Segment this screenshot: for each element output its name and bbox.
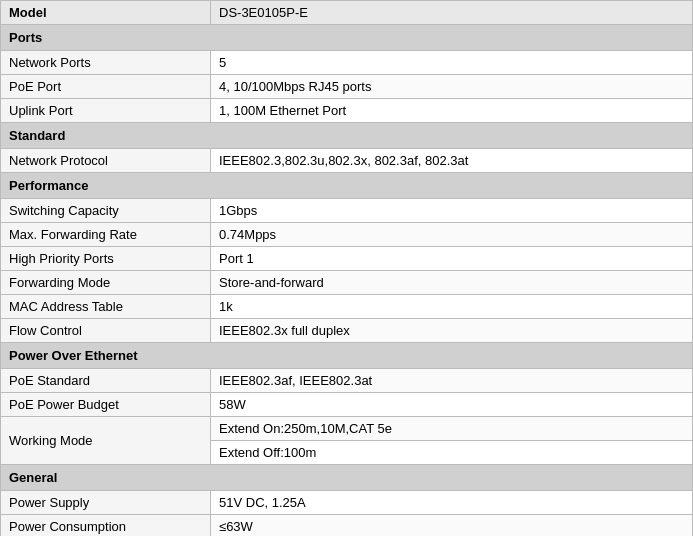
section-title: Standard: [1, 123, 693, 149]
table-row: Forwarding Mode Store-and-forward: [1, 271, 693, 295]
table-row: Max. Forwarding Rate 0.74Mpps: [1, 223, 693, 247]
row-label: Flow Control: [1, 319, 211, 343]
section-header: Ports: [1, 25, 693, 51]
row-label: MAC Address Table: [1, 295, 211, 319]
row-label: PoE Port: [1, 75, 211, 99]
row-value: 58W: [211, 393, 693, 417]
table-row: PoE Power Budget 58W: [1, 393, 693, 417]
row-value: Port 1: [211, 247, 693, 271]
section-header: Performance: [1, 173, 693, 199]
row-value: ≤63W: [211, 515, 693, 537]
row-label: Forwarding Mode: [1, 271, 211, 295]
row-label: PoE Power Budget: [1, 393, 211, 417]
row-value: IEEE802.3,802.3u,802.3x, 802.3af, 802.3a…: [211, 149, 693, 173]
row-value: 1, 100M Ethernet Port: [211, 99, 693, 123]
row-value: Extend Off:100m: [211, 441, 693, 465]
table-row: PoE Port 4, 10/100Mbps RJ45 ports: [1, 75, 693, 99]
table-row: Flow Control IEEE802.3x full duplex: [1, 319, 693, 343]
row-value: IEEE802.3af, IEEE802.3at: [211, 369, 693, 393]
spec-table: Model DS-3E0105P-E Ports Network Ports 5…: [0, 0, 693, 536]
row-label: Working Mode: [1, 417, 211, 465]
row-value: 51V DC, 1.25A: [211, 491, 693, 515]
row-value: 1k: [211, 295, 693, 319]
row-value: IEEE802.3x full duplex: [211, 319, 693, 343]
table-row: PoE Standard IEEE802.3af, IEEE802.3at: [1, 369, 693, 393]
row-label: Switching Capacity: [1, 199, 211, 223]
row-value: Store-and-forward: [211, 271, 693, 295]
section-header: Standard: [1, 123, 693, 149]
table-row: Switching Capacity 1Gbps: [1, 199, 693, 223]
section-title: Performance: [1, 173, 693, 199]
row-value: 5: [211, 51, 693, 75]
row-label: High Priority Ports: [1, 247, 211, 271]
model-row: Model DS-3E0105P-E: [1, 1, 693, 25]
table-row: Power Consumption ≤63W: [1, 515, 693, 537]
table-row: High Priority Ports Port 1: [1, 247, 693, 271]
section-title: Power Over Ethernet: [1, 343, 693, 369]
row-value: 1Gbps: [211, 199, 693, 223]
table-row: Working Mode Extend On:250m,10M,CAT 5e: [1, 417, 693, 441]
table-row: Network Protocol IEEE802.3,802.3u,802.3x…: [1, 149, 693, 173]
row-label: Max. Forwarding Rate: [1, 223, 211, 247]
table-row: Network Ports 5: [1, 51, 693, 75]
table-row: Power Supply 51V DC, 1.25A: [1, 491, 693, 515]
table-row: MAC Address Table 1k: [1, 295, 693, 319]
row-label: Uplink Port: [1, 99, 211, 123]
section-title: Ports: [1, 25, 693, 51]
row-label: PoE Standard: [1, 369, 211, 393]
model-value: DS-3E0105P-E: [211, 1, 693, 25]
row-value: Extend On:250m,10M,CAT 5e: [211, 417, 693, 441]
row-value: 0.74Mpps: [211, 223, 693, 247]
table-row: Uplink Port 1, 100M Ethernet Port: [1, 99, 693, 123]
row-label: Power Supply: [1, 491, 211, 515]
row-label: Network Protocol: [1, 149, 211, 173]
row-value: 4, 10/100Mbps RJ45 ports: [211, 75, 693, 99]
section-header: General: [1, 465, 693, 491]
section-header: Power Over Ethernet: [1, 343, 693, 369]
row-label: Power Consumption: [1, 515, 211, 537]
row-label: Network Ports: [1, 51, 211, 75]
model-label: Model: [1, 1, 211, 25]
section-title: General: [1, 465, 693, 491]
